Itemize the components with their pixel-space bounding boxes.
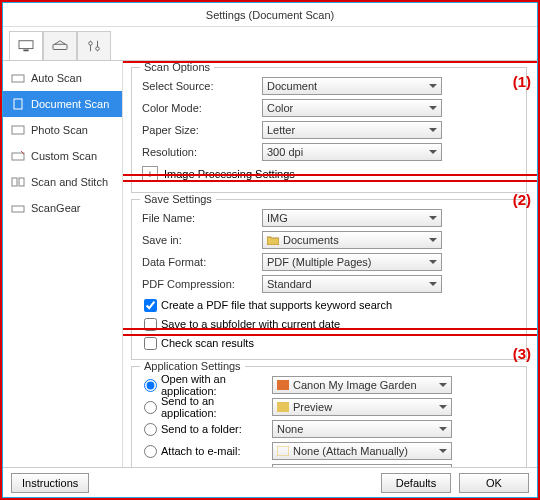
combo-value: Letter xyxy=(267,124,295,136)
combo-save-in[interactable]: Documents xyxy=(262,231,442,249)
combo-attach-email[interactable]: None (Attach Manually) xyxy=(272,442,452,460)
radio-attach-email[interactable]: Attach to e-mail: xyxy=(142,442,272,460)
label-color-mode: Color Mode: xyxy=(142,102,262,114)
sidebar-item-label: Custom Scan xyxy=(31,150,97,162)
checkbox-label: Check scan results xyxy=(161,337,254,349)
svg-rect-12 xyxy=(12,178,17,186)
defaults-button[interactable]: Defaults xyxy=(381,473,451,493)
combo-select-source[interactable]: Document xyxy=(262,77,442,95)
expand-image-processing[interactable]: + xyxy=(142,166,158,182)
combo-value: Documents xyxy=(283,234,339,246)
sidebar-item-label: Scan and Stitch xyxy=(31,176,108,188)
combo-value: Canon My Image Garden xyxy=(293,379,417,391)
folder-icon xyxy=(267,235,279,245)
sidebar-item-auto-scan[interactable]: Auto Scan xyxy=(3,65,122,91)
svg-rect-2 xyxy=(53,44,67,49)
photo-scan-icon xyxy=(11,124,25,136)
checkbox-keyword-search[interactable]: Create a PDF file that supports keyword … xyxy=(142,296,520,314)
toolbar xyxy=(3,27,537,61)
combo-paper-size[interactable]: Letter xyxy=(262,121,442,139)
toolbar-tab-scan-from-computer[interactable] xyxy=(9,31,43,60)
combo-value: 300 dpi xyxy=(267,146,303,158)
svg-rect-13 xyxy=(19,178,24,186)
scangear-icon xyxy=(11,202,25,214)
checkbox-input[interactable] xyxy=(144,337,157,350)
group-legend: Save Settings xyxy=(140,193,216,205)
radio-input[interactable] xyxy=(144,401,157,414)
radio-open-with-app[interactable]: Open with an application: xyxy=(142,376,272,394)
custom-scan-icon xyxy=(11,150,25,162)
radio-label: Open with an application: xyxy=(161,373,272,397)
group-application-settings: Application Settings Open with an applic… xyxy=(131,366,527,467)
scanner-icon xyxy=(51,39,69,53)
instructions-button[interactable]: Instructions xyxy=(11,473,89,493)
settings-window: Settings (Document Scan) Auto Scan Docum… xyxy=(2,2,538,498)
radio-input[interactable] xyxy=(144,445,157,458)
toolbar-tab-scan-from-panel[interactable] xyxy=(43,31,77,60)
combo-send-to-folder[interactable]: None xyxy=(272,420,452,438)
combo-value: IMG xyxy=(267,212,288,224)
checkbox-check-results[interactable]: Check scan results xyxy=(142,334,520,352)
svg-rect-14 xyxy=(12,206,24,212)
radio-label: Send to an application: xyxy=(161,395,272,419)
toolbar-tab-preferences[interactable] xyxy=(77,31,111,60)
button-label: OK xyxy=(486,477,502,489)
svg-point-5 xyxy=(89,42,93,46)
sidebar-item-label: ScanGear xyxy=(31,202,81,214)
button-label: Instructions xyxy=(22,477,78,489)
svg-rect-1 xyxy=(23,50,28,52)
combo-open-with-app[interactable]: Canon My Image Garden xyxy=(272,376,452,394)
sidebar-item-document-scan[interactable]: Document Scan xyxy=(3,91,122,117)
sidebar-item-label: Photo Scan xyxy=(31,124,88,136)
combo-send-to-app[interactable]: Preview xyxy=(272,398,452,416)
combo-pdf-compression[interactable]: Standard xyxy=(262,275,442,293)
monitor-icon xyxy=(17,39,35,53)
combo-start-ocr[interactable]: Output to Text xyxy=(272,464,452,467)
svg-rect-0 xyxy=(19,41,33,49)
group-save-settings: Save Settings File Name: IMG Save in: Do… xyxy=(131,199,527,360)
sidebar: Auto Scan Document Scan Photo Scan Custo… xyxy=(3,61,123,467)
svg-rect-9 xyxy=(12,126,24,134)
checkbox-input[interactable] xyxy=(144,318,157,331)
preview-icon xyxy=(277,402,289,412)
sidebar-item-custom-scan[interactable]: Custom Scan xyxy=(3,143,122,169)
combo-file-name[interactable]: IMG xyxy=(262,209,442,227)
group-legend: Scan Options xyxy=(140,61,214,73)
ok-button[interactable]: OK xyxy=(459,473,529,493)
window-title: Settings (Document Scan) xyxy=(206,9,334,21)
checkbox-input[interactable] xyxy=(144,299,157,312)
radio-send-to-folder[interactable]: Send to a folder: xyxy=(142,420,272,438)
titlebar: Settings (Document Scan) xyxy=(3,3,537,27)
label-paper-size: Paper Size: xyxy=(142,124,262,136)
mail-icon xyxy=(277,446,289,456)
sidebar-item-scan-and-stitch[interactable]: Scan and Stitch xyxy=(3,169,122,195)
sliders-icon xyxy=(85,39,103,53)
combo-color-mode[interactable]: Color xyxy=(262,99,442,117)
checkbox-subfolder-date[interactable]: Save to a subfolder with current date xyxy=(142,315,520,333)
sidebar-item-scangear[interactable]: ScanGear xyxy=(3,195,122,221)
sidebar-item-photo-scan[interactable]: Photo Scan xyxy=(3,117,122,143)
combo-data-format[interactable]: PDF (Multiple Pages) xyxy=(262,253,442,271)
radio-label: Send to a folder: xyxy=(161,423,242,435)
auto-scan-icon xyxy=(11,72,25,84)
sidebar-item-label: Auto Scan xyxy=(31,72,82,84)
main-panel: Scan Options Select Source: Document Col… xyxy=(123,61,537,467)
label-image-processing: Image Processing Settings xyxy=(164,168,295,180)
radio-input[interactable] xyxy=(144,423,157,436)
combo-value: Preview xyxy=(293,401,332,413)
sidebar-item-label: Document Scan xyxy=(31,98,109,110)
radio-input[interactable] xyxy=(144,467,157,468)
svg-rect-17 xyxy=(277,446,289,456)
group-legend: Application Settings xyxy=(140,360,245,372)
button-label: Defaults xyxy=(396,477,436,489)
outer-annotation-frame: Settings (Document Scan) Auto Scan Docum… xyxy=(0,0,540,500)
stitch-icon xyxy=(11,176,25,188)
svg-rect-10 xyxy=(12,153,24,160)
checkbox-label: Create a PDF file that supports keyword … xyxy=(161,299,392,311)
svg-rect-8 xyxy=(14,99,22,109)
radio-input[interactable] xyxy=(144,379,157,392)
combo-resolution[interactable]: 300 dpi xyxy=(262,143,442,161)
checkbox-label: Save to a subfolder with current date xyxy=(161,318,340,330)
radio-send-to-app[interactable]: Send to an application: xyxy=(142,398,272,416)
radio-start-ocr[interactable]: Start OCR: xyxy=(142,464,272,467)
